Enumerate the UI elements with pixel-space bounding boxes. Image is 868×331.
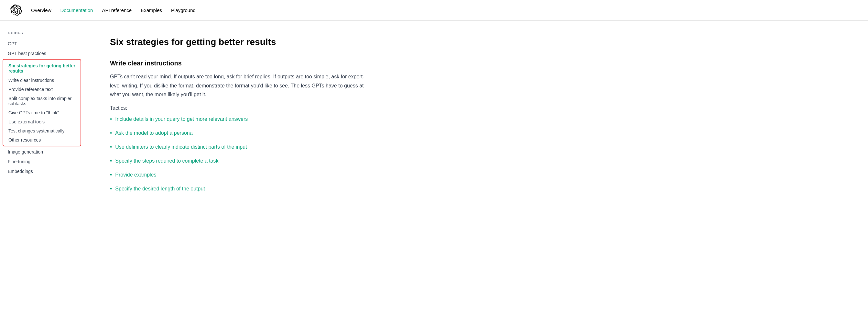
tactic-item-5: • Specify the desired length of the outp… [110,185,369,193]
sidebar-item-external-tools[interactable]: Use external tools [3,117,81,126]
sidebar: GUIDES GPT GPT best practices Six strate… [0,21,84,331]
nav-item-examples[interactable]: Examples [141,7,162,13]
sidebar-item-embeddings[interactable]: Embeddings [0,166,84,176]
sidebar-item-other-resources[interactable]: Other resources [3,135,81,144]
tactic-item-3: • Specify the steps required to complete… [110,157,369,165]
page-title: Six strategies for getting better result… [110,36,369,48]
section-body: GPTs can't read your mind. If outputs ar… [110,72,369,99]
nav-links: Overview Documentation API reference Exa… [31,7,196,13]
sidebar-item-fine-tuning[interactable]: Fine-tuning [0,157,84,166]
bullet-icon-5: • [110,185,112,193]
bullet-icon-3: • [110,157,112,165]
sidebar-item-reference-text[interactable]: Provide reference text [3,85,81,94]
sidebar-item-write-clear[interactable]: Write clear instructions [3,76,81,85]
sidebar-item-six-strategies[interactable]: Six strategies for getting better result… [3,61,81,76]
bullet-icon-2: • [110,143,112,151]
nav-item-documentation[interactable]: Documentation [60,7,93,13]
sidebar-item-gpt-best-practices[interactable]: GPT best practices [0,49,84,58]
tactics-list: • Include details in your query to get m… [110,115,369,193]
tactic-item-2: • Use delimiters to clearly indicate dis… [110,143,369,151]
bullet-icon-1: • [110,129,112,138]
bullet-icon-0: • [110,115,112,124]
tactic-link-1[interactable]: Ask the model to adopt a persona [115,129,192,137]
tactic-link-3[interactable]: Specify the steps required to complete a… [115,157,218,165]
sidebar-item-split-tasks[interactable]: Split complex tasks into simpler subtask… [3,94,81,108]
nav-item-api-reference[interactable]: API reference [102,7,132,13]
sidebar-item-gpt-think[interactable]: Give GPTs time to "think" [3,108,81,117]
sidebar-item-test-changes[interactable]: Test changes systematically [3,126,81,135]
tactic-item-4: • Provide examples [110,171,369,180]
tactic-link-2[interactable]: Use delimiters to clearly indicate disti… [115,143,247,151]
sidebar-item-gpt[interactable]: GPT [0,39,84,49]
section-title: Write clear instructions [110,60,369,67]
sidebar-section-label: GUIDES [0,31,84,39]
openai-logo[interactable] [10,4,22,16]
main-content: Six strategies for getting better result… [84,21,395,331]
bullet-icon-4: • [110,171,112,180]
tactic-link-4[interactable]: Provide examples [115,171,156,179]
tactic-link-0[interactable]: Include details in your query to get mor… [115,115,248,123]
topnav: Overview Documentation API reference Exa… [0,0,868,21]
sidebar-highlighted-group: Six strategies for getting better result… [3,59,81,146]
tactic-item-0: • Include details in your query to get m… [110,115,369,124]
page-layout: GUIDES GPT GPT best practices Six strate… [0,21,868,331]
tactics-label: Tactics: [110,105,369,111]
sidebar-item-image-generation[interactable]: Image generation [0,147,84,157]
nav-item-overview[interactable]: Overview [31,7,52,13]
tactic-item-1: • Ask the model to adopt a persona [110,129,369,138]
nav-item-playground[interactable]: Playground [171,7,196,13]
tactic-link-5[interactable]: Specify the desired length of the output [115,185,205,193]
